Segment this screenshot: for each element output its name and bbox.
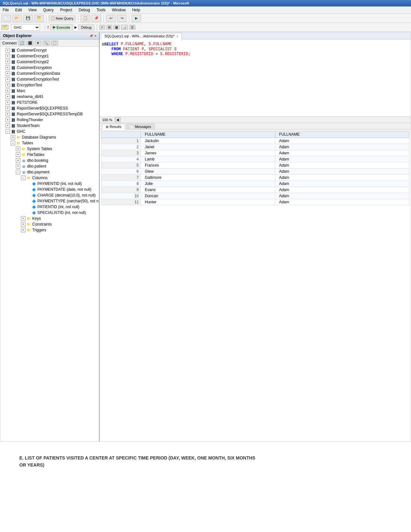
table-btn[interactable]: ▦ [113,25,120,30]
connect-label[interactable]: Connect [2,41,17,45]
expand-Marc[interactable]: + [5,89,10,93]
expand-GHC[interactable]: − [5,129,10,134]
menu-debug[interactable]: Debug [77,7,91,13]
run-button[interactable]: ▶ [132,15,141,22]
expand-CustomerEncrypt[interactable]: + [5,48,10,53]
open-button[interactable]: 📂 [12,15,22,22]
query-tab-1[interactable]: SQLQuery1.sql - WIN-...\Administrator (5… [101,33,182,39]
tree-item-dbo-patient[interactable]: + ▦ dbo.patient [0,163,99,169]
save-all-button[interactable]: 🗂️ [34,15,44,22]
oe-stop-btn[interactable]: ⬛ [26,41,34,45]
expand-EncryptionTest[interactable]: + [5,83,10,87]
paste-button[interactable]: 📌 [92,15,101,22]
zoom-reset-btn[interactable]: ◀ [115,117,121,122]
tree-item-RollingThunder[interactable]: + 🗄️ RollingThunder [0,117,99,123]
expand-CustomerEncrypt1[interactable]: + [5,54,10,58]
tree-item-col-PAYMENTID[interactable]: 🔷 PAYMENTID (int, not null) [0,181,99,187]
expand-ReportServerTemp[interactable]: + [5,112,10,116]
redo-button[interactable]: ↪ [117,15,127,22]
expand-CustomerEncryptionData[interactable]: + [5,71,10,76]
expand-Triggers[interactable]: + [21,228,25,232]
tree-item-GHC[interactable]: − 🗄️ GHC [0,129,99,134]
tree-item-neshama[interactable]: + 🗄️ neshama_db91 [0,94,99,100]
tree-item-CustomerEncryptionTest[interactable]: + 🗄️ CustomerEncryptionTest [0,76,99,82]
expand-PETSTORE[interactable]: + [5,100,10,105]
tree-item-SystemTables[interactable]: + 📁 System Tables [0,146,99,152]
tree-item-CustomerEncrypt1[interactable]: + 🗄️ CustomerEncrypt1 [0,53,99,59]
oe-new-btn[interactable]: 📋 [51,41,58,45]
tree-item-Triggers[interactable]: + 📁 Triggers [0,227,99,233]
expand-CustomerEncrypt2[interactable]: + [5,60,10,64]
database-dropdown[interactable]: GHC [11,24,40,31]
expand-StudentTeam[interactable]: + [5,123,10,128]
new-file-button[interactable]: 📄 [1,15,11,22]
col-PAYMENTDATE-label: PAYMENTDATE (date, not null) [37,187,91,192]
tree-item-col-PATIENTID[interactable]: 🔷 PATIENTID (int, not null) [0,204,99,210]
oe-search-btn[interactable]: 🔍 [43,41,50,45]
expand-Constraints[interactable]: + [21,222,25,227]
tree-item-EncryptionTest[interactable]: + 🗄️ EncryptionTest [0,82,99,88]
tree-item-FileTables[interactable]: + 📁 FileTables [0,152,99,158]
tree-item-col-PAYMENTDATE[interactable]: 🔷 PAYMENTDATE (date, not null) [0,187,99,192]
menu-view[interactable]: View [27,7,38,13]
tree-item-Tables[interactable]: − 📁 Tables [0,140,99,146]
undo-button[interactable]: ↩ [106,15,116,22]
menu-project[interactable]: Project [59,7,73,13]
expand-RollingThunder[interactable]: + [5,118,10,122]
expand-FileTables[interactable]: + [16,152,20,157]
expand-SystemTables[interactable]: + [16,147,20,151]
tree-item-Columns[interactable]: − 📁 Columns [0,175,99,181]
expand-CustomerEncryptionTest[interactable]: + [5,77,10,82]
grid-btn[interactable]: ⊞ [106,25,112,30]
menu-window[interactable]: Window [111,7,127,13]
expand-dbo-patient[interactable]: + [16,164,20,169]
execute-button[interactable]: ▶ Execute [50,24,73,30]
menu-tools[interactable]: Tools [95,7,107,13]
menu-help[interactable]: Help [131,7,142,13]
tree-item-dbo-booking[interactable]: + ▦ dbo.booking [0,158,99,163]
expand-Columns[interactable]: − [21,176,25,180]
expand-DbDiagrams[interactable]: + [11,135,15,140]
menu-edit[interactable]: Edit [14,7,23,13]
tree-item-StudentTeam[interactable]: + 🗄️ StudentTeam [0,123,99,129]
results-btn[interactable]: 📊 [121,25,128,30]
oe-refresh-btn[interactable]: 🔄 [18,41,25,45]
oe-close-icon[interactable]: × [94,34,96,38]
copy-button[interactable]: 📋 [81,15,90,22]
expand-CustomerEncryption[interactable]: + [5,65,10,70]
sql-editor[interactable]: ⊟SELECT P.FULLNAME , S.FULLNAME FROM PAT… [100,39,411,117]
expand-ReportServer[interactable]: + [5,106,10,111]
format-btn[interactable]: ☰ [129,25,135,30]
checkmark-btn[interactable]: ✓ [99,25,105,30]
results-tab-results[interactable]: ⊞ Results [102,124,125,130]
query-tab-close[interactable]: × [177,34,179,38]
tree-item-col-CHARGE[interactable]: 🔷 CHARGE (decimal(10,0), not null) [0,192,99,198]
tree-item-col-SPECIALISTID[interactable]: 🔷 SPECIALISTID (int, not null) [0,210,99,216]
tree-item-ReportServerTemp[interactable]: + 🗄️ ReportServer$SQLEXPRESSTempDB [0,111,99,117]
expand-Keys[interactable]: + [21,216,25,221]
menu-query[interactable]: Query [42,7,55,13]
tree-item-CustomerEncrypt[interactable]: + 🗄️ CustomerEncrypt [0,47,99,53]
save-button[interactable]: 💾 [23,15,33,22]
tree-item-CustomerEncryptionData[interactable]: + 🗄️ CustomerEncryptionData [0,71,99,76]
expand-dbo-payment[interactable]: − [16,170,20,174]
tree-item-PETSTORE[interactable]: + 🗄️ PETSTORE [0,100,99,105]
tree-item-ReportServer[interactable]: + 🗄️ ReportServer$SQLEXPRESS [0,105,99,111]
results-tab-messages[interactable]: 📄 Messages [126,124,155,129]
db-nav-btn[interactable]: 🗂️ [1,25,8,30]
expand-neshama[interactable]: + [5,94,10,99]
tree-item-Marc[interactable]: + 🗄️ Marc [0,88,99,94]
expand-dbo-booking[interactable]: + [16,158,20,163]
tree-item-DbDiagrams[interactable]: + 📁 Database Diagrams [0,134,99,140]
tree-item-Constraints[interactable]: + 📁 Constraints [0,221,99,227]
debug-button[interactable]: Debug [78,24,94,30]
tree-item-CustomerEncrypt2[interactable]: + 🗄️ CustomerEncrypt2 [0,59,99,65]
tree-item-Keys[interactable]: + 📁 Keys [0,216,99,221]
new-query-button[interactable]: 📋 New Query [49,15,76,21]
expand-Tables[interactable]: − [11,141,15,145]
tree-item-dbo-payment[interactable]: − ▦ dbo.payment [0,169,99,175]
tree-item-col-PAYMENTTYPE[interactable]: 🔷 PAYMENTTYPE (varchar(50), not n [0,198,99,204]
tree-item-CustomerEncryption[interactable]: + 🗄️ CustomerEncryption [0,65,99,71]
menu-file[interactable]: File [1,7,10,13]
oe-filter-btn[interactable]: ▼ [35,41,41,45]
